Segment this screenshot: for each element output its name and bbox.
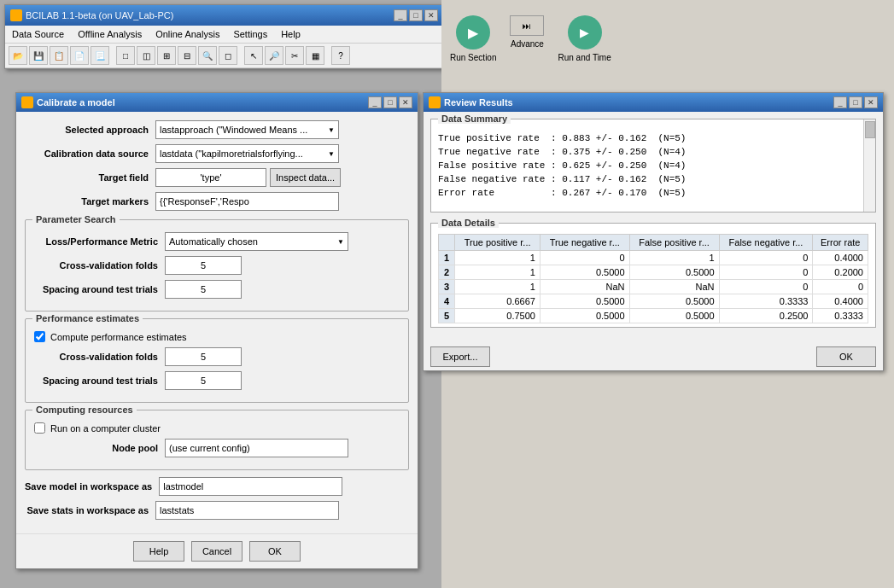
toolbar-btn-8[interactable]: ⊞ [157,46,176,65]
table-row: 2 1 0.5000 0.5000 0 0.2000 [439,265,868,280]
loss-metric-label: Loss/Performance Metric [34,236,158,247]
cell-fpr: 0.5000 [629,294,719,309]
target-markers-input[interactable] [155,192,339,211]
menu-data-source[interactable]: Data Source [9,27,67,41]
bcilab-maximize-btn[interactable]: □ [409,9,423,21]
summary-text: True positive rate : 0.883 +/- 0.162 (N=… [438,131,868,200]
bcilab-titlebar: BCILAB 1.1-beta (on UAV_Lab-PC) _ □ ✕ [5,5,443,26]
cell-fpr: 0.5000 [629,265,719,280]
pe-cv-folds-input[interactable] [165,347,242,366]
review-minimize-btn[interactable]: _ [833,96,847,108]
menu-settings[interactable]: Settings [230,27,271,41]
calibrate-cancel-btn[interactable]: Cancel [191,541,242,562]
save-stats-input[interactable] [155,501,339,520]
pe-spacing-input[interactable] [165,371,242,390]
run-and-time-label: Run and Time [558,53,611,62]
toolbar-btn-10[interactable]: 🔍 [198,46,217,65]
calibration-data-source-arrow: ▼ [328,150,335,158]
menu-help[interactable]: Help [278,27,304,41]
toolbar-btn-4[interactable]: 📄 [70,46,89,65]
toolbar-btn-16[interactable]: ? [331,46,350,65]
cell-row-num: 1 [439,251,455,265]
toolbar-btn-15[interactable]: ▦ [306,46,324,65]
menu-online-analysis[interactable]: Online Analysis [152,27,223,41]
cluster-row: Run on a computer cluster [34,422,400,434]
target-markers-row: Target markers [25,192,409,211]
data-summary-box: Data Summary True positive rate : 0.883 … [430,119,876,212]
cell-tpr: 1 [455,265,540,280]
data-details-section: Data Details True positive r... True neg… [430,223,876,328]
toolbar-btn-3[interactable]: 📋 [50,46,68,65]
cell-fpr: 1 [629,251,719,265]
toolbar-btn-13[interactable]: 🔎 [265,46,283,65]
advance-btn[interactable]: ⏭ [510,15,544,36]
review-icon [429,96,441,108]
review-window-controls: _ □ ✕ [833,96,878,108]
ps-cv-folds-row: Cross-validation folds [34,256,400,275]
ps-cv-folds-input[interactable] [165,256,242,275]
toolbar-btn-11[interactable]: ◻ [219,46,237,65]
run-section-icon[interactable]: ▶ [456,15,490,49]
run-and-time-icon[interactable]: ▶ [568,15,602,49]
cell-tpr: 0.7500 [455,309,540,323]
ps-spacing-input[interactable] [165,280,242,299]
calibrate-help-btn[interactable]: Help [133,541,184,562]
toolbar-btn-9[interactable]: ⊟ [178,46,196,65]
toolbar-btn-5[interactable]: 📃 [91,46,109,65]
selected-approach-dropdown[interactable]: lastapproach ("Windowed Means ... ▼ [155,120,339,139]
toolbar-btn-14[interactable]: ✂ [285,46,304,65]
review-maximize-btn[interactable]: □ [849,96,862,108]
bcilab-menubar: Data Source Offline Analysis Online Anal… [5,26,443,44]
bcilab-minimize-btn[interactable]: _ [394,9,407,21]
calibrate-window-controls: _ □ ✕ [368,96,412,108]
bcilab-close-btn[interactable]: ✕ [424,9,438,21]
selected-approach-row: Selected approach lastapproach ("Windowe… [25,120,409,139]
col-header-fnr: False negative r... [719,235,813,251]
inspect-data-btn[interactable]: Inspect data... [270,168,341,187]
calibration-data-source-dropdown[interactable]: lastdata ("kapilmoretrialsforflying... ▼ [155,144,339,163]
menu-offline-analysis[interactable]: Offline Analysis [74,27,145,41]
calibrate-maximize-btn[interactable]: □ [383,96,397,108]
review-footer: Export... OK [424,343,883,370]
calibration-data-source-row: Calibration data source lastdata ("kapil… [25,144,409,163]
review-content: Data Summary True positive rate : 0.883 … [424,112,883,343]
table-row: 4 0.6667 0.5000 0.5000 0.3333 0.4000 [439,294,868,309]
cluster-checkbox[interactable] [34,422,45,434]
cell-er: 0.2000 [813,265,868,280]
review-title: Review Results [444,97,513,108]
ps-cv-folds-label: Cross-validation folds [34,260,158,271]
save-model-input[interactable] [159,477,342,496]
toolbar-btn-12[interactable]: ↖ [244,46,263,65]
cell-er: 0 [813,280,868,294]
toolbar-btn-7[interactable]: ◫ [137,46,155,65]
cell-tpr: 1 [455,251,540,265]
data-summary-title: Data Summary [438,114,511,124]
cell-er: 0.3333 [813,309,868,323]
bcilab-title: BCILAB 1.1-beta (on UAV_Lab-PC) [26,10,173,20]
calibrate-minimize-btn[interactable]: _ [368,96,382,108]
col-header-tnr: True negative r... [540,235,629,251]
toolbar-btn-6[interactable]: □ [116,46,135,65]
node-pool-input[interactable] [165,439,348,457]
target-field-label: Target field [25,172,149,183]
export-btn[interactable]: Export... [430,346,490,367]
toolbar-btn-1[interactable]: 📂 [9,46,27,65]
review-ok-btn[interactable]: OK [816,346,876,367]
computing-resources-title: Computing resources [32,405,137,415]
compute-pe-label: Compute performance estimates [50,332,187,342]
data-summary-section: Data Summary True positive rate : 0.883 … [430,119,876,212]
target-field-input[interactable] [155,168,266,187]
compute-pe-checkbox[interactable] [34,331,45,342]
target-markers-label: Target markers [25,196,149,207]
cell-tnr: 0.5000 [540,294,629,309]
cell-fnr: 0 [719,265,813,280]
col-header-num [439,235,455,251]
bcilab-window-controls: _ □ ✕ [394,9,438,21]
summary-scrollbar-thumb [865,121,875,138]
summary-scrollbar[interactable] [863,119,875,212]
review-close-btn[interactable]: ✕ [864,96,878,108]
calibrate-ok-btn[interactable]: OK [249,541,301,562]
toolbar-btn-2[interactable]: 💾 [29,46,48,65]
calibrate-close-btn[interactable]: ✕ [399,96,412,108]
loss-metric-dropdown[interactable]: Automatically chosen ▼ [165,232,348,251]
